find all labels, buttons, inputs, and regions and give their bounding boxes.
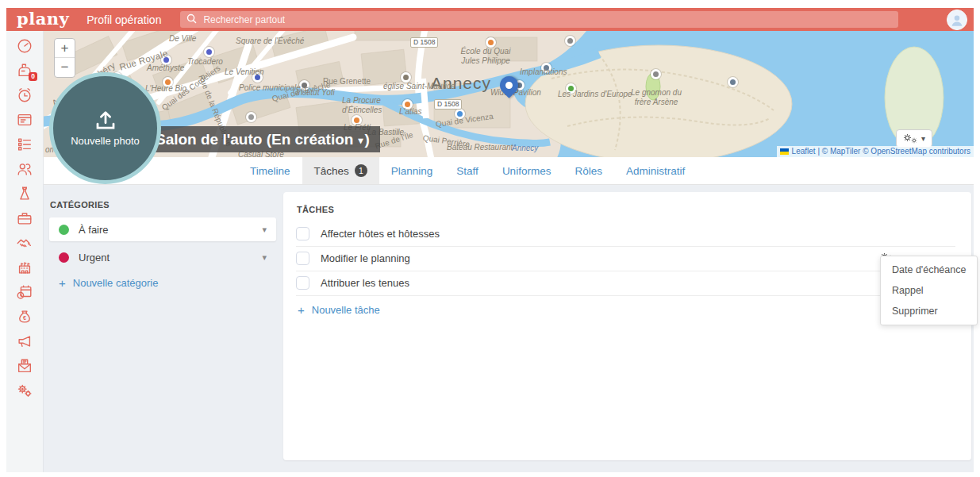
tab-staff[interactable]: Staff [444,157,490,184]
tasks-header: TÂCHES [297,205,955,214]
task-checkbox[interactable] [296,276,309,290]
map-label: Police municipale [239,83,301,93]
map-label: Implantations [520,67,567,77]
tab-planning[interactable]: Planning [379,157,445,184]
status-dropdown-caret[interactable]: ▾ [358,135,363,146]
plus-icon: + [298,304,305,316]
agency-building-icon[interactable] [15,259,34,276]
category-item-a-faire[interactable]: À faire ▾ [49,217,276,241]
task-checkbox[interactable] [296,252,309,265]
map-label: L'Heure Bio [145,84,186,94]
tab-uniformes[interactable]: Uniformes [490,157,563,184]
map-label: Annecy [512,144,538,153]
topbar: plany Profil opération [6,8,974,31]
gears-icon[interactable] [15,382,34,399]
browser-panel-icon[interactable] [15,111,34,129]
mail-campaign-icon[interactable] [15,357,34,375]
add-category-link[interactable]: + Nouvelle catégorie [59,277,276,289]
app-frame: plany Profil opération 0 [6,8,974,472]
staff-users-icon[interactable] [15,160,34,178]
gauge-icon[interactable] [15,37,34,55]
menu-item-due-date[interactable]: Date d'échéance [881,260,977,280]
zoom-out-button[interactable]: − [55,58,75,77]
operation-title: Salon de l'auto (En création ▾ ) [145,126,380,152]
task-label: Affecter hôtes et hôtesses [321,228,440,240]
tab-administratif[interactable]: Administratif [614,157,697,184]
chevron-down-icon[interactable]: ▾ [262,225,267,235]
task-checkbox[interactable] [296,227,309,240]
inbox-badge: 0 [29,72,37,81]
map-label: D 1508 [434,99,462,110]
tasks-panel: TÂCHES Affecter hôtes et hôtesses Modifi… [283,192,971,460]
chevron-down-icon[interactable]: ▾ [262,252,267,263]
map-label: La Procure d'Étincelles [342,96,382,114]
user-avatar[interactable] [947,10,967,30]
task-row[interactable]: Modifier le planning [296,247,955,271]
category-item-urgent[interactable]: Urgent ▾ [49,245,276,269]
task-list-icon[interactable] [15,136,34,153]
add-task-label: Nouvelle tâche [312,304,380,316]
calendar-clock-icon[interactable] [15,283,34,301]
sidebar-nav: 0 [6,31,44,472]
map-label: Quai des Cordeliers [160,63,222,112]
handshake-icon[interactable] [15,234,34,252]
categories-header: CATÉGORIES [50,200,276,210]
menu-item-reminder[interactable]: Rappel [881,280,977,301]
chevron-down-icon: ▾ [921,134,925,143]
briefcase-icon[interactable] [15,210,34,227]
plany-logo[interactable]: plany [17,10,69,29]
map-label: Bateau Restaurant [447,143,513,152]
map-label: Rue de l'Île [374,130,414,151]
task-row[interactable]: Attribuer les tenues [296,271,955,296]
taches-count-badge: 1 [355,164,367,177]
map-label: Square de l'Évêché [236,37,304,46]
map-label: Institut Yofi [296,88,335,98]
zoom-in-button[interactable]: + [55,39,75,58]
profile-tabs: Timeline Tâches1 Planning Staff Uniforme… [44,157,974,185]
attribution-links[interactable]: Leaflet | © MapTiler © OpenStreetMap con… [792,147,970,156]
task-row[interactable]: Affecter hôtes et hôtesses [296,222,955,247]
add-category-label: Nouvelle catégorie [73,277,159,289]
map-label: Le Venitien [225,67,264,77]
new-photo-label: Nouvelle photo [71,135,140,147]
alarm-clock-icon[interactable] [15,87,34,104]
ukraine-flag-icon [780,148,789,155]
map-label: L'atlas [399,107,422,117]
map-label: Améthyste [147,63,184,73]
new-photo-button[interactable]: Nouvelle photo [49,72,161,184]
search-input[interactable] [202,13,892,26]
map-label: Les Jardins d'Europe [558,90,632,99]
page-title: Profil opération [86,13,161,26]
tab-timeline[interactable]: Timeline [238,157,302,184]
money-bag-icon[interactable]: € [15,308,34,325]
tab-taches[interactable]: Tâches1 [302,157,379,184]
mailbox-icon[interactable]: 0 [15,62,34,79]
map-attribution: Leaflet | © MapTiler © OpenStreetMap con… [777,146,974,157]
tab-roles[interactable]: Rôles [563,157,614,184]
map-label: Le gnomon du frère Arsène [631,88,682,106]
megaphone-icon[interactable] [15,333,34,350]
menu-item-delete[interactable]: Supprimer [881,301,977,321]
content-area: Av. de ChambéryRue RoyaleDe VilleSquare … [44,31,974,472]
map-label: D 1508 [410,37,438,48]
map-label: École du Quai Jules Philippe [461,47,511,65]
map-zoom-control: + − [54,38,75,78]
map-settings-button[interactable]: ▾ [896,129,932,148]
task-label: Modifier le planning [321,252,410,264]
map-label: Quai de Vicenza [435,112,494,129]
add-task-link[interactable]: + Nouvelle tâche [298,304,955,316]
map-label: Rue Grenette [323,77,371,87]
map-label: De Ville [169,34,196,44]
map-label: Rue Royale [118,48,169,73]
map-label: Quai Perrière [422,133,470,149]
category-label: À faire [79,224,109,236]
global-search[interactable] [180,11,898,28]
operation-title-text: Salon de l'auto (En création [156,131,353,148]
task-context-menu: Date d'échéance Rappel Supprimer [880,256,978,325]
category-label: Urgent [79,252,110,264]
map-label: Trocadero [187,57,223,67]
dress-icon[interactable] [15,185,34,202]
svg-text:€: € [23,314,26,321]
task-label: Attribuer les tenues [321,277,409,289]
categories-panel: CATÉGORIES À faire ▾ Urgent ▾ + Nouvelle… [49,200,276,289]
